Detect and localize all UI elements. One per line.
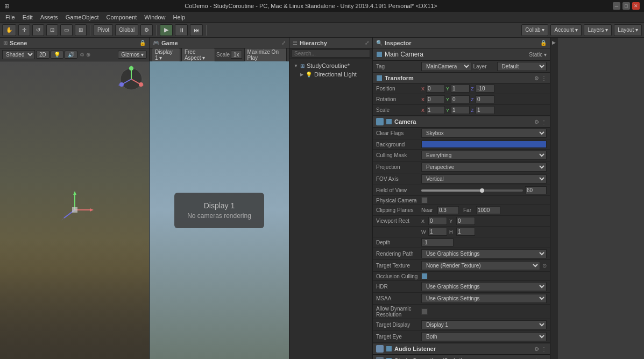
vp-y-input[interactable] — [456, 217, 475, 225]
menu-help[interactable]: Help — [169, 13, 188, 22]
scene-viewport[interactable]: Y X Z — [0, 61, 149, 359]
scale-tool-button[interactable]: ⊡ — [46, 24, 58, 36]
pos-z-input[interactable] — [476, 85, 494, 93]
scale-z-input[interactable] — [476, 106, 494, 114]
pos-y-input[interactable] — [451, 85, 470, 93]
menu-assets[interactable]: Assets — [37, 13, 61, 22]
target-display-select[interactable]: Display 1 — [421, 320, 547, 329]
move-tool-button[interactable]: ✛ — [18, 24, 30, 36]
shading-mode-select[interactable]: Shaded — [2, 50, 35, 59]
script-component-header[interactable]: Study Coroutine (Script) ⚙ ⋮ — [373, 355, 550, 359]
viewport-wh-fields: W H — [421, 228, 547, 236]
object-name[interactable]: Main Camera — [385, 51, 527, 58]
menu-edit[interactable]: Edit — [19, 13, 36, 22]
target-texture-select[interactable]: None (Render Texture) — [421, 261, 540, 270]
physical-camera-cb[interactable] — [421, 197, 428, 203]
rect-tool-button[interactable]: ▭ — [60, 24, 73, 36]
camera-settings-icon[interactable]: ⚙ — [534, 119, 539, 125]
occlusion-cb[interactable] — [421, 273, 428, 279]
target-display-row: Target Display Display 1 — [373, 319, 550, 331]
msaa-select[interactable]: Use Graphics Settings — [421, 294, 547, 303]
tag-select[interactable]: MainCamera — [421, 62, 471, 71]
play-button[interactable]: ▶ — [160, 24, 173, 36]
fov-value-input[interactable] — [525, 186, 547, 194]
camera-component-header[interactable]: Camera ⚙ ⋮ — [373, 116, 550, 128]
menu-file[interactable]: File — [2, 13, 18, 22]
scale-y-input[interactable] — [451, 106, 470, 114]
transform-component-header[interactable]: Transform ⚙ ⋮ — [373, 73, 550, 83]
close-button[interactable]: ✕ — [632, 2, 640, 10]
vp-h-input[interactable] — [456, 228, 475, 236]
layout-button[interactable]: Layout ▾ — [614, 24, 642, 36]
audio-listener-header[interactable]: Audio Listener ⚙ ⋮ — [373, 343, 550, 355]
pos-x-label: X — [421, 86, 426, 91]
menu-gameobject[interactable]: GameObject — [62, 13, 102, 22]
culling-mask-select[interactable]: Everything — [421, 151, 547, 160]
background-color-swatch[interactable] — [421, 140, 547, 148]
projection-select[interactable]: Perspective — [421, 163, 547, 172]
audio-toggle[interactable]: 🔊 — [65, 51, 77, 59]
hierarchy-search-input[interactable] — [292, 50, 370, 58]
settings-icon-button[interactable]: ⚙ — [140, 24, 153, 36]
hierarchy-item-directional-light[interactable]: ▶ 💡 Directional Light — [289, 70, 372, 79]
no-camera-message: Display 1 No cameras rendering — [174, 193, 264, 228]
inspector-panel: 🔍 Inspector 🔒 Main Camera Static ▾ Tag M… — [373, 38, 550, 359]
audio-listener-enabled-cb[interactable] — [386, 346, 392, 352]
vp-w-input[interactable] — [428, 228, 447, 236]
layers-button[interactable]: Layers ▾ — [584, 24, 612, 36]
step-button[interactable]: ⏭ — [190, 24, 203, 36]
global-button[interactable]: Global — [115, 24, 138, 36]
svg-text:X: X — [141, 83, 144, 87]
object-active-checkbox[interactable] — [376, 51, 383, 58]
collab-button[interactable]: Collab ▾ — [521, 24, 548, 36]
transform-tool-button[interactable]: ⊞ — [75, 24, 87, 36]
aspect-select[interactable]: Free Aspect ▾ — [181, 48, 215, 62]
display-select[interactable]: Display 1 ▾ — [152, 48, 180, 62]
fov-axis-select[interactable]: Vertical — [421, 174, 547, 184]
maximize-on-play-button[interactable]: Maximize On Play — [244, 48, 287, 62]
lighting-toggle[interactable]: 💡 — [51, 51, 63, 59]
target-eye-select[interactable]: Both — [421, 332, 547, 341]
static-label[interactable]: Static ▾ — [529, 52, 547, 58]
hdr-select[interactable]: Use Graphics Settings — [421, 282, 547, 291]
minimize-button[interactable]: ─ — [613, 2, 620, 10]
pos-x-input[interactable] — [426, 85, 445, 93]
background-label: Background — [376, 142, 419, 147]
camera-enabled-cb[interactable] — [386, 118, 392, 125]
audio-settings-icon[interactable]: ⚙ — [534, 346, 539, 352]
rot-y-input[interactable] — [451, 95, 470, 103]
pause-button[interactable]: ⏸ — [175, 24, 188, 36]
rot-x-input[interactable] — [426, 95, 445, 103]
rendering-path-select[interactable]: Use Graphics Settings — [421, 249, 547, 258]
culling-mask-row: Culling Mask Everything — [373, 150, 550, 161]
vp-x-input[interactable] — [428, 217, 447, 225]
rot-z-input[interactable] — [476, 95, 494, 103]
scale-x-input[interactable] — [426, 106, 445, 114]
transform-enabled-cb[interactable] — [376, 75, 383, 81]
game-viewport[interactable]: Display 1 No cameras rendering — [150, 61, 289, 359]
hierarchy-item-studycoroutine[interactable]: ▼ ⊞ StudyCoroutine* — [289, 61, 372, 70]
near-input[interactable] — [437, 206, 459, 214]
menu-component[interactable]: Component — [103, 13, 140, 22]
maximize-button[interactable]: □ — [622, 2, 630, 10]
2d-toggle[interactable]: 2D — [36, 51, 49, 59]
target-texture-pick[interactable]: ⊙ — [542, 263, 547, 269]
fov-slider[interactable] — [421, 189, 523, 192]
right-sidebar-tab[interactable]: ▶ — [550, 38, 557, 47]
camera-menu-icon[interactable]: ⋮ — [541, 119, 547, 125]
physical-camera-row: Physical Camera — [373, 196, 550, 205]
far-input[interactable] — [476, 206, 500, 214]
clear-flags-select[interactable]: Skybox — [421, 129, 547, 138]
layer-select[interactable]: Default — [497, 62, 547, 71]
rotate-tool-button[interactable]: ↺ — [32, 24, 44, 36]
depth-input[interactable] — [421, 238, 454, 247]
allow-dyn-cb[interactable] — [421, 308, 428, 315]
transform-settings-icon[interactable]: ⚙ — [534, 75, 539, 81]
hand-tool-button[interactable]: ✋ — [2, 24, 16, 36]
gizmos-button[interactable]: Gizmos ▾ — [118, 51, 147, 59]
menu-window[interactable]: Window — [141, 13, 168, 22]
account-button[interactable]: Account ▾ — [550, 24, 582, 36]
transform-menu-icon[interactable]: ⋮ — [541, 75, 547, 81]
audio-menu-icon[interactable]: ⋮ — [541, 346, 547, 352]
pivot-button[interactable]: Pivot — [94, 24, 113, 36]
